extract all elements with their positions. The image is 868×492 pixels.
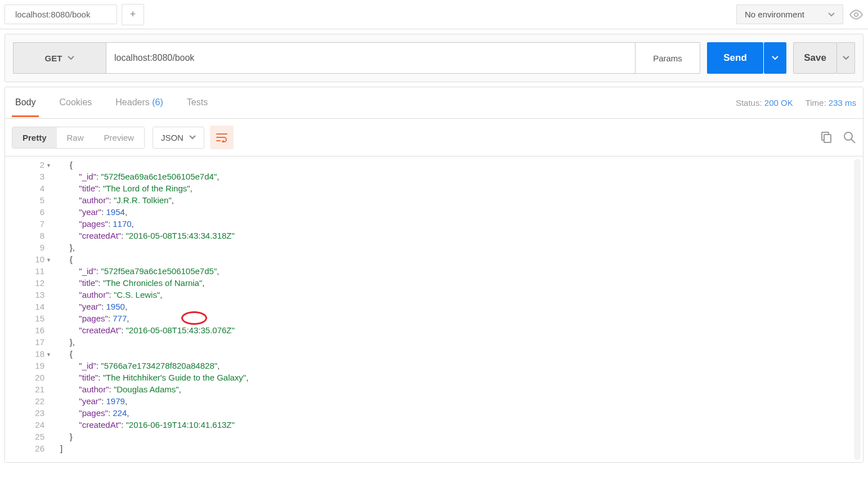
svg-line-4	[851, 139, 855, 143]
response-body: 2▼345678910▼1112131415161718▼19202122232…	[5, 156, 863, 462]
time-meta: Time: 233 ms	[806, 98, 856, 108]
status-value: 200 OK	[764, 98, 793, 108]
tab-body[interactable]: Body	[12, 88, 39, 117]
params-button[interactable]: Params	[636, 42, 700, 74]
eye-icon[interactable]	[849, 7, 863, 22]
scrollbar[interactable]	[854, 159, 861, 460]
status-label: Status:	[736, 98, 762, 108]
request-bar: GET Params Send Save	[13, 42, 855, 74]
tab-headers[interactable]: Headers (6)	[112, 88, 167, 117]
wrap-icon	[216, 132, 228, 142]
line-gutter: 2▼345678910▼1112131415161718▼19202122232…	[5, 156, 50, 457]
svg-point-0	[854, 12, 858, 16]
code-lines[interactable]: { "_id": "572f5ea69a6c1e506105e7d4", "ti…	[50, 156, 863, 457]
svg-point-3	[844, 132, 852, 140]
format-select[interactable]: JSON	[153, 127, 204, 149]
wrap-lines-button[interactable]	[210, 126, 234, 149]
search-icon[interactable]	[843, 131, 856, 144]
request-tab[interactable]: localhost:8080/book	[5, 5, 117, 24]
response-toolbar: Pretty Raw Preview JSON	[5, 119, 863, 156]
http-method-select[interactable]: GET	[13, 42, 106, 74]
request-panel: GET Params Send Save	[5, 34, 863, 82]
time-value: 233 ms	[829, 98, 856, 108]
copy-icon[interactable]	[819, 131, 833, 144]
chevron-down-icon	[772, 55, 778, 61]
chevron-down-icon	[68, 55, 74, 61]
response-panel: Body Cookies Headers (6) Tests Status: 2…	[5, 87, 863, 463]
environment-label: No environment	[745, 10, 804, 19]
environment-area: No environment	[736, 5, 863, 24]
new-tab-button[interactable]: +	[122, 4, 144, 25]
chevron-down-icon	[843, 55, 849, 61]
tab-cookies[interactable]: Cookies	[56, 88, 95, 117]
plus-icon: +	[130, 8, 136, 20]
environment-select[interactable]: No environment	[736, 5, 843, 24]
view-raw[interactable]: Raw	[57, 127, 94, 148]
svg-rect-2	[824, 135, 831, 142]
time-label: Time:	[806, 98, 826, 108]
tab-tests[interactable]: Tests	[184, 88, 211, 117]
http-method-label: GET	[45, 53, 62, 63]
tab-headers-label: Headers	[115, 97, 149, 107]
format-label: JSON	[161, 133, 184, 142]
response-tabs: Body Cookies Headers (6) Tests Status: 2…	[5, 87, 863, 119]
chevron-down-icon	[189, 134, 196, 141]
request-tabs: localhost:8080/book +	[5, 4, 144, 25]
url-input[interactable]	[106, 42, 636, 74]
send-dropdown[interactable]	[764, 42, 786, 74]
tab-headers-count: (6)	[152, 97, 163, 107]
send-button[interactable]: Send	[707, 42, 763, 74]
view-pretty[interactable]: Pretty	[12, 127, 57, 148]
top-strip: localhost:8080/book + No environment	[0, 0, 868, 29]
save-button[interactable]: Save	[793, 42, 837, 74]
save-dropdown[interactable]	[837, 42, 855, 74]
status-meta: Status: 200 OK	[736, 98, 793, 108]
view-preview[interactable]: Preview	[94, 127, 144, 148]
view-mode-segment: Pretty Raw Preview	[12, 127, 145, 149]
chevron-down-icon	[828, 11, 835, 18]
